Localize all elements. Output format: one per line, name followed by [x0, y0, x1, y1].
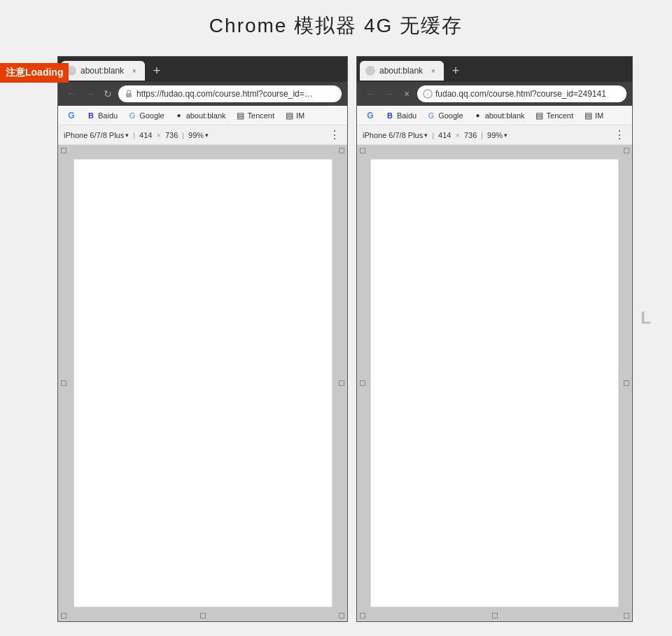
- tab-bar-left: about:blank × +: [58, 57, 347, 82]
- page-title: Chrome 模拟器 4G 无缓存: [0, 0, 672, 46]
- device-sep2-left: |: [182, 131, 184, 139]
- device-selector-left[interactable]: iPhone 6/7/8 Plus ▾: [64, 131, 129, 139]
- device-zoom-right[interactable]: 99% ▾: [487, 131, 507, 139]
- resize-handle-br-right[interactable]: [624, 613, 629, 618]
- bookmark-about-right[interactable]: ● about:blank: [469, 109, 529, 122]
- bookmark-about-left[interactable]: ● about:blank: [170, 109, 230, 122]
- bookmark-google-right[interactable]: G Google: [422, 109, 467, 122]
- tab-bar-right: about:blank × +: [357, 57, 632, 82]
- tab-title-right: about:blank: [379, 66, 424, 76]
- device-dropdown-icon-left: ▾: [125, 132, 129, 139]
- resize-handle-bl-right[interactable]: [360, 613, 365, 618]
- device-name-right: iPhone 6/7/8 Plus: [363, 131, 423, 139]
- address-bar-right[interactable]: i fudao.qq.com/course.html?course_id=249…: [417, 85, 626, 102]
- bookmark-icon-about-right: ●: [473, 111, 483, 120]
- nav-bar-left: ← → ↻ https://fudao.qq.com/course.html?c…: [58, 82, 347, 106]
- bookmark-g-right[interactable]: G: [361, 109, 379, 122]
- bookmark-icon-baidu-right: B: [385, 111, 395, 120]
- bookmark-icon-im-left: ▤: [284, 111, 294, 120]
- secure-icon-right: i: [423, 89, 433, 99]
- tab-close-left[interactable]: ×: [130, 66, 139, 76]
- svg-point-2: [367, 67, 374, 74]
- bookmark-icon-tencent-left: ▤: [236, 111, 246, 120]
- bookmark-icon-google-left: G: [127, 111, 137, 120]
- address-text-right: fudao.qq.com/course.html?course_id=24914…: [435, 89, 606, 99]
- browser-window-right: about:blank × + ← → × i fudao.qq.com/cou…: [356, 56, 633, 622]
- back-btn-left[interactable]: ←: [64, 86, 79, 102]
- resize-handle-tr-right[interactable]: [624, 148, 629, 153]
- svg-rect-1: [126, 93, 132, 97]
- device-name-left: iPhone 6/7/8 Plus: [64, 131, 124, 139]
- browsers-container: about:blank × + ← → ↻ https://fudao.qq.c…: [0, 56, 672, 622]
- address-bar-left[interactable]: https://fudao.qq.com/course.html?course_…: [118, 85, 342, 102]
- nav-bar-right: ← → × i fudao.qq.com/course.html?course_…: [357, 82, 632, 106]
- device-zoom-icon-left: ▾: [205, 132, 209, 139]
- bookmark-icon-g-right: G: [365, 111, 375, 120]
- device-selector-right[interactable]: iPhone 6/7/8 Plus ▾: [363, 131, 428, 139]
- bookmark-icon-tencent-right: ▤: [535, 111, 545, 120]
- device-width-right: 414: [438, 131, 451, 139]
- resize-handle-br-left[interactable]: [339, 613, 344, 618]
- device-zoom-left[interactable]: 99% ▾: [188, 131, 209, 139]
- bookmark-g-left[interactable]: G: [62, 109, 80, 122]
- bookmark-icon-baidu-left: B: [86, 111, 96, 120]
- bookmark-label-google-right: Google: [438, 111, 463, 120]
- address-text-left: https://fudao.qq.com/course.html?course_…: [136, 89, 313, 99]
- bookmark-label-baidu-left: Baidu: [98, 111, 118, 120]
- resize-handle-tl-right[interactable]: [360, 148, 365, 153]
- tab-right[interactable]: about:blank ×: [360, 61, 444, 81]
- bookmark-google-left[interactable]: G Google: [123, 109, 168, 122]
- resize-handle-bm-right[interactable]: [492, 613, 498, 618]
- bookmark-icon-g-left: G: [66, 111, 76, 120]
- bookmark-label-im-left: IM: [296, 111, 304, 120]
- resize-handle-mr-left[interactable]: [339, 380, 344, 386]
- device-toolbar-right: iPhone 6/7/8 Plus ▾ | 414 × 736 | 99% ▾ …: [357, 125, 632, 145]
- resize-handle-ml-right[interactable]: [360, 380, 365, 386]
- tab-close-right[interactable]: ×: [428, 66, 438, 76]
- viewport-content-left: [74, 159, 332, 607]
- resize-handle-ml-left[interactable]: [61, 380, 66, 386]
- device-menu-btn-right[interactable]: ⋮: [612, 128, 626, 142]
- device-zoom-value-left: 99%: [188, 131, 204, 139]
- resize-handle-bm-left[interactable]: [200, 613, 206, 618]
- reload-btn-left[interactable]: ↻: [100, 86, 115, 102]
- resize-handle-mr-right[interactable]: [624, 380, 629, 386]
- forward-btn-right[interactable]: →: [381, 86, 396, 102]
- side-label: L: [640, 308, 651, 328]
- device-height-left: 736: [165, 131, 178, 139]
- device-menu-btn-left[interactable]: ⋮: [328, 128, 342, 142]
- resize-handle-tr-left[interactable]: [339, 148, 344, 153]
- bookmark-baidu-right[interactable]: B Baidu: [381, 109, 421, 122]
- reload-btn-right[interactable]: ×: [399, 86, 414, 102]
- bookmark-label-google-left: Google: [139, 111, 164, 120]
- device-dropdown-icon-right: ▾: [424, 132, 428, 139]
- bookmark-label-baidu-right: Baidu: [397, 111, 416, 120]
- bookmark-im-right[interactable]: ▤ IM: [579, 109, 608, 122]
- device-sep2-right: |: [481, 131, 483, 139]
- bookmark-label-tencent-left: Tencent: [248, 111, 275, 120]
- bookmark-tencent-left[interactable]: ▤ Tencent: [232, 109, 279, 122]
- bookmark-tencent-right[interactable]: ▤ Tencent: [531, 109, 578, 122]
- back-btn-right[interactable]: ←: [363, 86, 378, 102]
- tab-left[interactable]: about:blank ×: [61, 61, 145, 81]
- device-zoom-value-right: 99%: [487, 131, 503, 139]
- bookmark-icon-im-right: ▤: [583, 111, 593, 120]
- new-tab-btn-right[interactable]: +: [447, 62, 465, 80]
- bookmark-im-left[interactable]: ▤ IM: [280, 109, 309, 122]
- viewport-content-right: [370, 159, 619, 607]
- bookmark-icon-about-left: ●: [174, 111, 184, 120]
- device-sep1-right: |: [432, 131, 434, 139]
- new-tab-btn-left[interactable]: +: [148, 62, 166, 80]
- forward-btn-left[interactable]: →: [82, 86, 97, 102]
- device-x-right: ×: [455, 131, 459, 139]
- bookmark-label-about-right: about:blank: [485, 111, 525, 120]
- bookmark-label-about-left: about:blank: [186, 111, 226, 120]
- bookmark-label-im-right: IM: [595, 111, 603, 120]
- bookmark-label-tencent-right: Tencent: [547, 111, 574, 120]
- resize-handle-tl-left[interactable]: [61, 148, 66, 153]
- bookmark-icon-google-right: G: [426, 111, 436, 120]
- viewport-right: [357, 145, 632, 621]
- viewport-left: [58, 145, 347, 621]
- bookmark-baidu-left[interactable]: B Baidu: [82, 109, 122, 122]
- resize-handle-bl-left[interactable]: [61, 613, 66, 618]
